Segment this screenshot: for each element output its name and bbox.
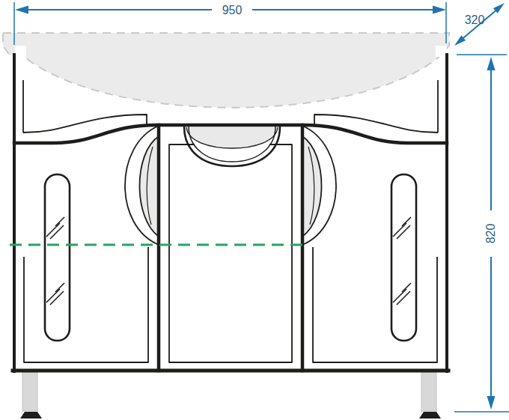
left-door-arc-detail: [125, 126, 159, 245]
height-label: 820: [484, 224, 497, 244]
counter-notch-left: [15, 46, 26, 57]
right-leg: [419, 372, 441, 419]
arrow-down-icon: [487, 396, 496, 410]
counter-notch-right: [436, 46, 447, 57]
panel-outlines: [23, 80, 438, 362]
arrow-left-icon: [15, 6, 28, 14]
left-foot: [20, 412, 42, 419]
countertop-basin: [3, 33, 449, 108]
basin-bowl-front: [184, 127, 280, 166]
arrow-right-icon: [433, 6, 446, 14]
height-dimension: 820: [454, 55, 509, 412]
left-door-mirror-strip: [45, 174, 70, 341]
right-door-mirror-strip: [391, 174, 416, 341]
width-label: 950: [222, 4, 243, 16]
arrow-up-icon: [487, 57, 496, 70]
technical-drawing-canvas: 950 320 820: [0, 0, 509, 420]
right-foot: [419, 412, 441, 419]
depth-label: 320: [465, 13, 485, 26]
vanity-dimension-drawing: 950 320 820: [0, 0, 509, 420]
right-door-arc-detail: [302, 126, 336, 245]
depth-dimension: 320: [454, 3, 505, 46]
left-leg: [20, 372, 42, 419]
